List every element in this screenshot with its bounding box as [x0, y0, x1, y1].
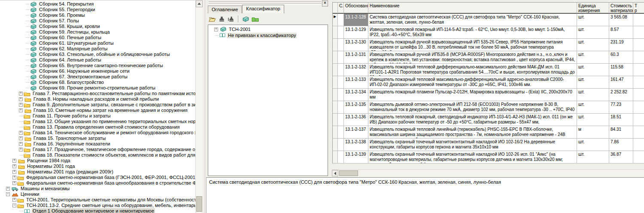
- tree-item[interactable]: +Глава 7. Реставрационно-восстановительн…: [0, 91, 195, 96]
- cell-basis[interactable]: 13.1-2-128: [344, 14, 368, 26]
- cell-unit[interactable]: шт.: [577, 139, 609, 151]
- tree-item[interactable]: +Глава 17. Праздничное, тематическое офо…: [0, 147, 195, 152]
- tab-contents[interactable]: Оглавление: [208, 6, 242, 13]
- cell-marker[interactable]: [333, 151, 338, 164]
- tree-item[interactable]: Сборник 57. Полы: [0, 18, 195, 24]
- cell-cost[interactable]: 8.57: [609, 26, 633, 39]
- cell-name[interactable]: Извещатель тепловой пожарный ИП-114-5-А2…: [368, 26, 577, 39]
- expand-plus-icon[interactable]: +: [19, 136, 23, 140]
- tree-item[interactable]: Сборник 59. Лестницы, крыльца: [0, 29, 195, 35]
- cell-cost[interactable]: 60.3: [609, 51, 633, 64]
- scroll-up-button[interactable]: [196, 0, 203, 7]
- expand-plus-icon[interactable]: +: [214, 28, 218, 31]
- cell-cost[interactable]: 36.87: [609, 151, 633, 164]
- cell-cost[interactable]: 18.51: [609, 114, 633, 126]
- cell-transport[interactable]: [633, 101, 644, 114]
- folder-open-button[interactable]: [208, 15, 217, 23]
- cell-marker[interactable]: [333, 39, 338, 51]
- cell-transport[interactable]: [633, 89, 644, 101]
- cell-unit[interactable]: шт.: [577, 101, 609, 114]
- cell-name[interactable]: Извещатель тепловой пожарный, светодиодн…: [368, 114, 577, 126]
- cell-name[interactable]: Извещатель пожарный тепловой максимально…: [368, 76, 577, 89]
- cell-basis[interactable]: 13.1-2-139: [344, 151, 368, 164]
- column-header-unit[interactable]: Единицаизмерения: [577, 3, 609, 14]
- cell-transport[interactable]: [633, 14, 644, 26]
- scroll-left-button[interactable]: [332, 170, 338, 176]
- panel-splitter[interactable]: [205, 0, 205, 213]
- cell-basis[interactable]: 13.1-2-132: [344, 64, 368, 76]
- column-header-name[interactable]: Наименование: [368, 3, 577, 14]
- cell-unit[interactable]: шт.: [577, 76, 609, 89]
- cell-unit[interactable]: шт.: [577, 51, 609, 64]
- cell-unit[interactable]: шт.: [577, 39, 609, 51]
- left-tree-scrollbar[interactable]: [195, 0, 203, 213]
- cell-unit[interactable]: шт.: [577, 64, 609, 76]
- cell-code[interactable]: [338, 139, 344, 151]
- cell-name[interactable]: Извещатель пожарный ручной взрывозащищен…: [368, 39, 577, 51]
- cell-marker[interactable]: [333, 51, 338, 64]
- expand-plus-icon[interactable]: +: [12, 164, 16, 168]
- cell-cost[interactable]: 84.31: [609, 126, 633, 139]
- tree-item[interactable]: +ТСН-2001: [208, 26, 328, 32]
- column-header-transport[interactable]: Тр: [633, 3, 644, 14]
- table-row[interactable]: ▶13.1-2-128Система светодиодная светоопт…: [333, 14, 644, 26]
- cell-code[interactable]: [338, 14, 344, 26]
- tree-item[interactable]: +Машины и механизмы: [0, 186, 195, 191]
- cell-basis[interactable]: 13.1-2-138: [344, 139, 368, 151]
- cell-unit[interactable]: шт.: [577, 151, 609, 164]
- stamp-hand-button[interactable]: [227, 15, 236, 23]
- cell-basis[interactable]: 13.1-2-136: [344, 114, 368, 126]
- expand-plus-icon[interactable]: +: [19, 148, 23, 151]
- book-button[interactable]: [241, 15, 251, 23]
- expand-plus-icon[interactable]: +: [12, 159, 16, 163]
- cell-name[interactable]: Извещатель пожарный тепловой дифференциа…: [368, 64, 577, 76]
- tree-item[interactable]: Сборник 56. Проемы: [0, 12, 195, 18]
- cell-code[interactable]: [338, 76, 344, 89]
- collapse-minus-icon[interactable]: −: [12, 204, 16, 207]
- cell-transport[interactable]: [633, 51, 644, 64]
- cell-marker[interactable]: ▶: [333, 14, 338, 26]
- stamp-button[interactable]: [217, 15, 227, 23]
- tree-item[interactable]: Сборник 69. Прочие ремонтно-строительные…: [0, 85, 195, 91]
- tree-item[interactable]: Сборник 67. Электромонтажные работы: [0, 74, 195, 80]
- tree-item[interactable]: Сборник 64. Лепные работы: [0, 57, 195, 63]
- cell-transport[interactable]: [633, 76, 644, 89]
- cell-code[interactable]: [338, 126, 344, 139]
- tree-item[interactable]: +Глава 9. Дополнительные затраты, связан…: [0, 102, 195, 108]
- cell-marker[interactable]: [333, 64, 338, 76]
- cell-basis[interactable]: 13.1-2-135: [344, 101, 368, 114]
- cell-unit[interactable]: шт.: [577, 14, 609, 26]
- cell-marker[interactable]: [333, 76, 338, 89]
- table-row[interactable]: 13.1-2-130Извещатель пожарный ручной взр…: [333, 39, 644, 51]
- cell-basis[interactable]: 13.1-2-137: [344, 126, 368, 139]
- tree-item[interactable]: +Глава 16. Укрупнённые показатели: [0, 141, 195, 147]
- expand-plus-icon[interactable]: +: [12, 176, 16, 179]
- cell-name[interactable]: Извещатель дымовой оптико-электронный ИП…: [368, 101, 577, 114]
- tree-item[interactable]: +Расценки 1984 года: [0, 158, 195, 164]
- tree-item[interactable]: Глава 13. Правила определения сметной ст…: [0, 124, 195, 130]
- expand-plus-icon[interactable]: +: [19, 108, 23, 112]
- cell-unit[interactable]: м: [577, 126, 609, 139]
- cell-basis[interactable]: 13.1-2-129: [344, 26, 368, 39]
- tree-item[interactable]: +ТСН-2001. Территориальные сметные норма…: [0, 197, 195, 203]
- cell-name[interactable]: Извещатель охранный точечный магнитоконт…: [368, 151, 577, 164]
- scrollbar-thumb[interactable]: [339, 170, 358, 176]
- cell-transport[interactable]: [633, 151, 644, 164]
- cell-unit[interactable]: шт.: [577, 89, 609, 101]
- tree-item[interactable]: +Глава 15. Транспортные затраты: [0, 136, 195, 141]
- cell-transport[interactable]: [633, 139, 644, 151]
- cell-transport[interactable]: [633, 26, 644, 39]
- tree-item[interactable]: +Глава 10. Сметные нормы затрат на време…: [0, 108, 195, 113]
- cell-cost[interactable]: 2 252.82: [609, 89, 633, 101]
- table-hscrollbar[interactable]: [332, 170, 644, 176]
- cell-name[interactable]: Извещатель пожарный тепловой линейный (т…: [368, 126, 577, 139]
- table-row[interactable]: 13.1-2-136Извещатель тепловой пожарный, …: [333, 114, 644, 126]
- expand-plus-icon[interactable]: +: [12, 181, 16, 185]
- cell-code[interactable]: [338, 114, 344, 126]
- tree-item[interactable]: Сборник 66. Наружные инженерные сети: [0, 68, 195, 74]
- expand-plus-icon[interactable]: +: [19, 92, 23, 96]
- tree-item[interactable]: Не привязан к классификатору: [208, 32, 328, 38]
- tree-item[interactable]: Глава 12. Общие указания по применению т…: [0, 119, 195, 124]
- cell-transport[interactable]: [633, 39, 644, 51]
- tree-item[interactable]: +Нормативы 2001 года (редакция 2009г): [0, 169, 195, 175]
